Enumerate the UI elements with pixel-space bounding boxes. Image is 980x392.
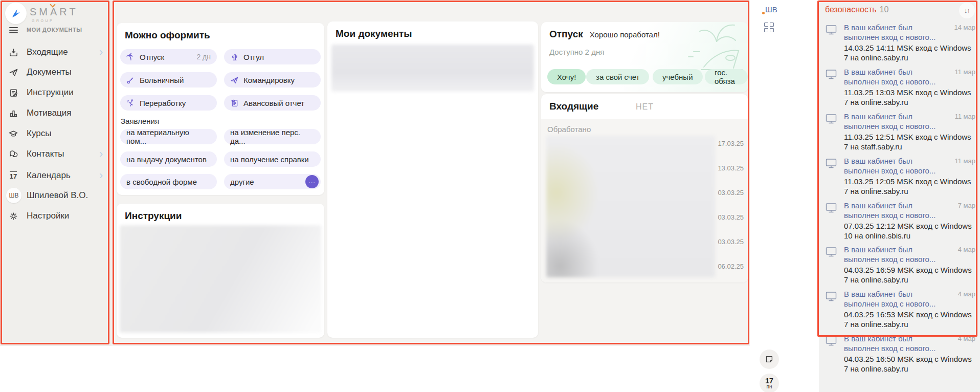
inbox-item-date: 06.02.25: [718, 263, 744, 270]
application-label: на материальную пом...: [126, 128, 211, 145]
quick-action-expense-report[interactable]: Авансовый отчет: [224, 95, 321, 111]
quick-action-business-trip[interactable]: Командировку: [224, 72, 321, 88]
brand-logo[interactable]: [5, 3, 27, 24]
sort-button[interactable]: ↓↑: [959, 3, 975, 18]
sidebar-item-settings[interactable]: Настройки: [0, 207, 112, 225]
application-financial-aid[interactable]: на материальную пом...: [120, 129, 217, 144]
notification-date: 11 мар: [954, 157, 975, 165]
notification-body: 11.03.25 13:03 MSK вход с Windows 7 на o…: [844, 88, 975, 107]
calendar-weekday: пн: [767, 384, 772, 389]
quick-action-dayoff[interactable]: Отгул: [224, 49, 321, 64]
notification-body: 11.03.25 12:05 MSK вход с Windows 7 на o…: [844, 177, 975, 196]
chevron-right-icon: ›: [99, 149, 103, 159]
notification-item[interactable]: 11 мар В ваш кабинет был выполнен вход с…: [825, 112, 975, 151]
quick-action-vacation[interactable]: Отпуск 2 дн: [120, 49, 217, 64]
apps-grid-icon[interactable]: [764, 23, 774, 32]
sidebar-item-inbox[interactable]: Входящие ›: [0, 43, 112, 61]
notification-title[interactable]: В ваш кабинет был выполнен вход с нового…: [844, 334, 948, 353]
notification-body: 14.03.25 14:11 MSK вход с Windows 7 на o…: [844, 43, 975, 62]
calendar-day: 17: [765, 378, 773, 384]
calendar-day-button[interactable]: 17 пн: [760, 374, 779, 392]
hamburger-menu-icon[interactable]: [9, 27, 18, 35]
notification-title[interactable]: В ваш кабинет был выполнен вход с нового…: [844, 112, 948, 131]
notifications-count: 10: [880, 5, 889, 14]
sidebar-item-contacts[interactable]: Контакты ›: [0, 145, 112, 163]
report-icon: [230, 99, 239, 107]
quick-action-label: Авансовый отчет: [243, 99, 304, 107]
notification-item[interactable]: 4 мар В ваш кабинет был выполнен вход с …: [825, 245, 975, 285]
application-document-issue[interactable]: на выдачу документов: [120, 151, 217, 167]
notification-title[interactable]: В ваш кабинет был выполнен вход с нового…: [844, 245, 948, 264]
avatar: ШВ: [6, 188, 21, 203]
vacation-subtitle: Хорошо поработал!: [590, 30, 660, 39]
security-category-label[interactable]: безопасность: [825, 5, 877, 14]
notification-item[interactable]: 11 мар В ваш кабинет был выполнен вход с…: [825, 156, 975, 196]
blurred-content: [120, 225, 321, 333]
sidebar-item-label: Курсы: [27, 128, 51, 139]
sidebar-item-calendar[interactable]: 17 Календарь ›: [0, 166, 112, 185]
inbox-item-date: 13.03.25: [718, 164, 744, 172]
notification-title[interactable]: В ваш кабинет был выполнен вход с нового…: [844, 67, 948, 86]
sidebar-item-documents[interactable]: Документы: [0, 63, 112, 81]
notification-date: 11 мар: [954, 113, 975, 120]
inbox-empty-badge: НЕТ: [636, 102, 654, 112]
card-title: Можно оформить: [125, 30, 210, 41]
app-root: SMART GROUP МОИ ДОКУМЕНТЫ Входящие › Док…: [0, 0, 980, 392]
sidebar-item-profile[interactable]: ШВ Шпилевой В.О.: [0, 186, 112, 205]
sidebar-item-label: Входящие: [27, 47, 68, 57]
application-personal-data-change[interactable]: на изменение перс. да...: [224, 129, 321, 144]
application-other[interactable]: другие ...: [224, 174, 321, 189]
notification-item[interactable]: 4 мар В ваш кабинет был выполнен вход с …: [825, 289, 975, 329]
notification-body: 04.03.25 16:50 MSK вход с Windows 7 на o…: [844, 354, 975, 374]
notification-dot: [762, 12, 765, 14]
palm-icon: [126, 53, 135, 61]
vacation-tag-want[interactable]: Хочу!: [547, 69, 586, 84]
application-free-form[interactable]: в свободной форме: [120, 174, 217, 189]
user-badge[interactable]: ШВ: [765, 5, 777, 14]
notes-button[interactable]: [760, 350, 779, 369]
card-title: Мои документы: [336, 28, 412, 39]
monitor-icon: [825, 113, 837, 124]
more-ellipsis-button[interactable]: ...: [305, 175, 319, 188]
processed-label: Обработано: [547, 125, 591, 134]
notification-item[interactable]: 7 мар В ваш кабинет был выполнен вход с …: [825, 201, 975, 241]
vacation-tag-state-duty[interactable]: гос. обяза: [705, 69, 748, 84]
inbox-item-date: 17.03.25: [718, 140, 744, 147]
chevron-right-icon: ›: [99, 170, 103, 181]
sidebar-item-label: Контакты: [27, 149, 64, 159]
monitor-icon: [825, 291, 837, 302]
document-edit-icon: [8, 88, 19, 98]
my-documents-card[interactable]: Мои документы: [327, 21, 538, 338]
quick-action-overtime[interactable]: Переработку: [120, 95, 217, 111]
accordion-title[interactable]: МОИ ДОКУМЕНТЫ: [27, 27, 82, 33]
card-title[interactable]: Входящие: [549, 101, 598, 112]
vacation-tag-own-expense[interactable]: за свой счет: [586, 69, 649, 84]
applications-section-label: Заявления: [121, 117, 159, 125]
sidebar-item-courses[interactable]: Курсы: [0, 124, 112, 143]
application-certificate[interactable]: на получение справки: [224, 151, 321, 167]
inbox-item-date: 03.03.25: [718, 238, 744, 246]
sidebar-item-label: Шпилевой В.О.: [27, 190, 88, 201]
application-label: на получение справки: [230, 155, 309, 164]
sidebar-item-instructions[interactable]: Инструкции: [0, 83, 112, 102]
instructions-card[interactable]: Инструкции: [117, 204, 324, 338]
quick-action-meta: 2 дн: [196, 53, 211, 61]
application-label: на изменение перс. да...: [230, 128, 315, 145]
notification-item[interactable]: 4 мар В ваш кабинет был выполнен вход с …: [825, 334, 975, 374]
vacation-tag-study[interactable]: учебный: [653, 69, 703, 84]
sidebar-item-label: Инструкции: [27, 88, 74, 98]
quick-action-label: Отпуск: [140, 53, 164, 61]
quick-action-sick-leave[interactable]: Больничный: [120, 72, 217, 88]
notification-title[interactable]: В ваш кабинет был выполнен вход с нового…: [844, 156, 948, 176]
notification-title[interactable]: В ваш кабинет был выполнен вход с нового…: [844, 289, 948, 309]
notifications-header[interactable]: безопасность10: [825, 5, 888, 14]
notification-date: 14 мар: [954, 24, 975, 31]
notification-title[interactable]: В ваш кабинет был выполнен вход с нового…: [844, 201, 948, 220]
notification-title[interactable]: В ваш кабинет был выполнен вход с нового…: [844, 23, 948, 42]
notification-item[interactable]: 11 мар В ваш кабинет был выполнен вход с…: [825, 67, 975, 107]
quick-action-label: Переработку: [140, 99, 186, 107]
inbox-item-date: 03.03.25: [718, 213, 744, 221]
notification-body: 04.03.25 16:53 MSK вход с Windows 7 на o…: [844, 310, 975, 329]
sidebar-item-motivation[interactable]: Мотивация: [0, 104, 112, 122]
notification-item[interactable]: 14 мар В ваш кабинет был выполнен вход с…: [825, 23, 975, 62]
